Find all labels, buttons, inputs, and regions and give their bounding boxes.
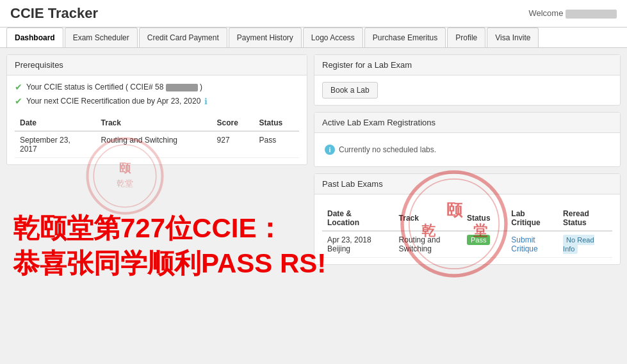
tab-profile[interactable]: Profile bbox=[447, 28, 485, 47]
cell-reread: No ReadInfo bbox=[558, 231, 612, 258]
exam-history-table-wrapper: Date Track Score Status September 23,201… bbox=[15, 110, 299, 158]
past-lab-exams-table: Date &Location Track Status LabCritique … bbox=[322, 206, 612, 258]
no-labs-text: Currently no scheduled labs. bbox=[339, 145, 436, 154]
prerequisites-header: Prerequisites bbox=[7, 55, 307, 75]
welcome-text: Welcome bbox=[528, 8, 617, 19]
app-title: CCIE Tracker bbox=[10, 5, 98, 22]
prereq-item-2: ✔ Your next CCIE Recertification due by … bbox=[15, 96, 299, 106]
col-date: Date bbox=[15, 115, 96, 131]
tab-visa-invite[interactable]: Visa Invite bbox=[487, 28, 539, 47]
cell-critique: SubmitCritique bbox=[506, 231, 558, 258]
bottom-left-spacer bbox=[6, 173, 307, 265]
register-lab-header: Register for a Lab Exam bbox=[314, 55, 620, 75]
col-lab-critique: LabCritique bbox=[506, 206, 558, 231]
cell-status: Pass bbox=[254, 131, 299, 158]
header: CCIE Tracker Welcome bbox=[0, 0, 627, 28]
cell-score: 927 bbox=[212, 131, 254, 158]
past-lab-exams-card: Past Lab Exams Date &Location Track Stat… bbox=[314, 173, 621, 265]
tab-logo-access[interactable]: Logo Access bbox=[303, 28, 363, 47]
check-icon-1: ✔ bbox=[15, 82, 22, 92]
book-lab-button[interactable]: Book a Lab bbox=[322, 82, 378, 99]
active-registrations-card: Active Lab Exam Registrations i Currentl… bbox=[314, 112, 621, 167]
col-track: Track bbox=[96, 115, 212, 131]
col-status-past: Status bbox=[462, 206, 506, 231]
active-registrations-header: Active Lab Exam Registrations bbox=[314, 113, 620, 133]
left-column: Prerequisites ✔ Your CCIE status is Cert… bbox=[6, 54, 307, 167]
cell-date-location: Apr 23, 2018Beijing bbox=[322, 231, 394, 258]
tab-credit-card-payment[interactable]: Credit Card Payment bbox=[139, 28, 227, 47]
info-circle-icon: i bbox=[325, 145, 335, 155]
tab-exam-scheduler[interactable]: Exam Scheduler bbox=[65, 28, 138, 47]
cell-track-past: Routing andSwitching bbox=[394, 231, 462, 258]
ccie-number-blur bbox=[166, 84, 198, 91]
check-icon-2: ✔ bbox=[15, 96, 22, 106]
pass-badge: Pass bbox=[467, 235, 490, 245]
col-score: Score bbox=[212, 115, 254, 131]
col-reread-status: RereadStatus bbox=[558, 206, 612, 231]
past-lab-exams-header: Past Lab Exams bbox=[314, 174, 620, 194]
prereq-item-1: ✔ Your CCIE status is Certified ( CCIE# … bbox=[15, 82, 299, 92]
cell-status-past: Pass bbox=[462, 231, 506, 258]
username-blur bbox=[566, 10, 617, 19]
exam-history-table: Date Track Score Status September 23,201… bbox=[15, 115, 299, 158]
info-icon[interactable]: ℹ bbox=[204, 97, 208, 106]
main-content: Prerequisites ✔ Your CCIE status is Cert… bbox=[0, 48, 627, 173]
tab-dashboard[interactable]: Dashboard bbox=[6, 28, 63, 47]
past-exam-row: Apr 23, 2018Beijing Routing andSwitching… bbox=[322, 231, 612, 258]
bottom-row: Past Lab Exams Date &Location Track Stat… bbox=[0, 173, 627, 271]
col-date-location: Date &Location bbox=[322, 206, 394, 231]
col-track-past: Track bbox=[394, 206, 462, 231]
prerequisites-card: Prerequisites ✔ Your CCIE status is Cert… bbox=[6, 54, 307, 165]
past-lab-exams-body: Date &Location Track Status LabCritique … bbox=[314, 194, 620, 264]
cell-track: Routing and Switching bbox=[96, 131, 212, 158]
col-status: Status bbox=[254, 115, 299, 131]
tab-purchase-emeritus[interactable]: Purchase Emeritus bbox=[364, 28, 446, 47]
active-registrations-body: i Currently no scheduled labs. bbox=[314, 133, 620, 166]
register-lab-body: Book a Lab bbox=[314, 75, 620, 105]
no-labs-row: i Currently no scheduled labs. bbox=[322, 139, 612, 160]
register-lab-card: Register for a Lab Exam Book a Lab bbox=[314, 54, 621, 106]
cell-date: September 23,2017 bbox=[15, 131, 96, 158]
prereq-text-2: Your next CCIE Recertification due by Ap… bbox=[26, 97, 200, 106]
no-read-badge: No ReadInfo bbox=[563, 235, 594, 254]
prereq-text-1: Your CCIE status is Certified ( CCIE# 58… bbox=[26, 83, 202, 91]
past-lab-exams-section: Past Lab Exams Date &Location Track Stat… bbox=[314, 173, 621, 265]
tab-payment-history[interactable]: Payment History bbox=[229, 28, 302, 47]
submit-critique-link[interactable]: SubmitCritique bbox=[511, 235, 537, 253]
table-row: September 23,2017 Routing and Switching … bbox=[15, 131, 299, 158]
right-column: Register for a Lab Exam Book a Lab Activ… bbox=[314, 54, 621, 167]
prerequisites-body: ✔ Your CCIE status is Certified ( CCIE# … bbox=[7, 75, 307, 164]
nav-tabs: Dashboard Exam Scheduler Credit Card Pay… bbox=[0, 28, 627, 48]
